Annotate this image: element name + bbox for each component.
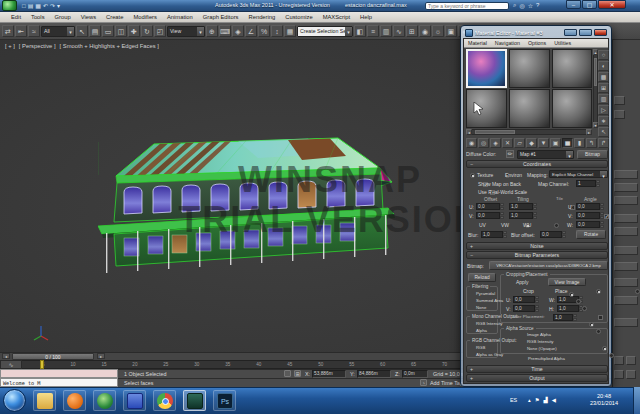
command-panel-button[interactable] — [614, 227, 638, 236]
chevron-down-icon[interactable]: ▾ — [345, 27, 352, 36]
reference-coordsys-combo[interactable]: View▾ — [167, 26, 205, 37]
language-indicator[interactable]: ES — [510, 397, 517, 403]
command-panel-button[interactable] — [614, 278, 638, 287]
command-panel-button[interactable] — [614, 110, 625, 119]
command-panel-button[interactable] — [614, 196, 638, 205]
viewport-menu-plus[interactable]: [ + ] — [5, 43, 15, 49]
time-tag-clock-icon[interactable]: ◔ — [420, 379, 427, 386]
view-image-button[interactable]: View Image — [548, 278, 586, 286]
chevron-down-icon[interactable]: ▾ — [566, 151, 573, 158]
vw-radio[interactable] — [554, 223, 559, 228]
v-tile-checkbox[interactable] — [604, 214, 609, 219]
u-tiling-spinner[interactable]: 1,0 — [509, 203, 537, 210]
redo-icon[interactable]: ↷ — [50, 1, 55, 11]
chevron-down-icon[interactable]: ▾ — [67, 27, 74, 36]
map-channel-spinner[interactable]: 1 — [576, 180, 600, 187]
save-file-icon[interactable]: ▦ — [35, 1, 41, 11]
scroll-down-icon[interactable]: ▾ — [593, 122, 598, 128]
crop-h-spinner[interactable]: 1,0 — [557, 305, 583, 312]
assign-material-to-selection-icon[interactable]: ◈ — [490, 138, 501, 148]
select-by-material-icon[interactable]: ↖ — [598, 127, 609, 137]
window-crossing-icon[interactable]: ◫ — [115, 25, 127, 37]
snaps-toggle-icon[interactable]: ◈ — [232, 25, 244, 37]
layer-manager-icon[interactable]: ▥ — [380, 25, 392, 37]
menu-item[interactable]: Rendering — [244, 14, 281, 20]
material-id-channel-icon[interactable]: ▣ — [550, 138, 561, 148]
output-rollout[interactable]: +Output — [466, 374, 608, 382]
chevron-down-icon[interactable]: ▾ — [197, 27, 204, 36]
menu-item[interactable]: MAXScript — [318, 14, 355, 20]
open-file-icon[interactable]: ▤ — [28, 1, 34, 11]
minimize-button[interactable]: – — [566, 0, 581, 9]
make-preview-icon[interactable]: ▷ — [598, 105, 609, 115]
me-menu-item[interactable]: Material — [464, 40, 491, 46]
mirror-icon[interactable]: ◧ — [354, 25, 366, 37]
percent-snap-icon[interactable]: % — [258, 25, 270, 37]
reload-button[interactable]: Reload — [468, 273, 496, 282]
transform-type-in-icon[interactable]: ⊞ — [294, 370, 301, 377]
command-panel-button[interactable] — [614, 262, 638, 271]
slots-horizontal-scrollbar[interactable] — [466, 129, 592, 135]
get-material-icon[interactable]: ◉ — [466, 138, 477, 148]
select-and-scale-icon[interactable]: ◰ — [154, 25, 166, 37]
bitmap-parameters-rollout[interactable]: −Bitmap Parameters — [466, 251, 608, 259]
taskbar-explorer-icon[interactable] — [33, 390, 56, 411]
unlink-selection-icon[interactable]: ⇤ — [15, 25, 27, 37]
start-button[interactable] — [3, 389, 26, 412]
background-icon[interactable]: ▩ — [598, 72, 609, 82]
summed-area-radio[interactable] — [576, 299, 581, 304]
bitmap-path-button[interactable]: VROCA\estacion\estacion casa\placas\DIBR… — [489, 261, 608, 270]
command-panel-button[interactable] — [614, 318, 638, 327]
sample-type-icon[interactable]: ○ — [598, 50, 609, 60]
menu-item[interactable]: Animation — [162, 14, 198, 20]
select-and-rotate-icon[interactable]: ↻ — [141, 25, 153, 37]
material-editor-options-icon[interactable]: ∗ — [598, 116, 609, 126]
menu-item[interactable]: Graph Editors — [198, 14, 244, 20]
angle-snap-icon[interactable]: ∠ — [245, 25, 257, 37]
go-to-parent-icon[interactable]: ↰ — [586, 138, 597, 148]
frame-marker[interactable] — [40, 360, 44, 369]
sample-slot-3[interactable] — [552, 49, 592, 88]
taskbar-3dsmax-icon[interactable] — [183, 390, 206, 411]
u-offset-spinner[interactable]: 0,0 — [476, 203, 504, 210]
place-radio[interactable] — [635, 289, 640, 294]
workspace-dropdown-icon[interactable]: ▾ — [57, 1, 60, 11]
maxscript-mini-listener[interactable]: Welcome to M — [0, 378, 118, 387]
material-editor-icon[interactable]: ◉ — [419, 25, 431, 37]
command-panel-button[interactable] — [614, 170, 638, 179]
sample-slot-6[interactable] — [552, 89, 592, 128]
mono-alpha-radio[interactable] — [596, 329, 601, 334]
blur-offset-spinner[interactable]: 0,0 — [540, 231, 566, 238]
volume-icon[interactable]: ◀ — [552, 397, 556, 403]
menu-item[interactable]: Edit — [6, 14, 26, 20]
schematic-view-icon[interactable]: ⊞ — [406, 25, 418, 37]
key-mode-icon[interactable] — [614, 356, 624, 365]
macro-recorder-pane[interactable] — [0, 369, 118, 378]
taskbar-chrome-icon[interactable] — [153, 390, 176, 411]
max-application-button[interactable] — [2, 0, 17, 11]
show-map-in-viewport-icon[interactable]: ▦ — [562, 138, 573, 148]
next-frame-button[interactable]: ▸ — [97, 353, 105, 359]
add-time-tag[interactable]: Add Time Tag — [430, 380, 463, 386]
menu-item[interactable]: Create — [101, 14, 128, 20]
command-panel-button[interactable] — [614, 214, 638, 223]
sample-slot-5[interactable] — [509, 89, 550, 128]
reset-map-icon[interactable]: ✕ — [502, 138, 513, 148]
new-file-icon[interactable]: □ — [22, 1, 26, 11]
search-input[interactable] — [426, 3, 508, 9]
me-menu-item[interactable]: Navigation — [491, 40, 524, 46]
taskbar-media-player-icon[interactable] — [63, 390, 86, 411]
jitter-spinner[interactable]: 1,0 — [553, 314, 577, 321]
command-panel-button[interactable] — [614, 246, 638, 255]
make-unique-icon[interactable]: ◆ — [526, 138, 537, 148]
taskbar-clock[interactable]: 20:48 23/01/2014 — [578, 393, 630, 407]
close-button[interactable]: ✕ — [598, 0, 626, 9]
menu-item[interactable]: Views — [76, 14, 101, 20]
previous-frame-button[interactable]: ◂ — [2, 353, 10, 359]
v-offset-spinner[interactable]: 0,0 — [476, 212, 504, 219]
menu-item[interactable]: Tools — [26, 14, 50, 20]
crop-u-spinner[interactable]: 0,0 — [513, 296, 539, 303]
mini-curve-editor-button[interactable]: ∿ — [0, 360, 22, 369]
crop-radio[interactable] — [596, 289, 601, 294]
me-minimize-button[interactable] — [564, 29, 577, 36]
